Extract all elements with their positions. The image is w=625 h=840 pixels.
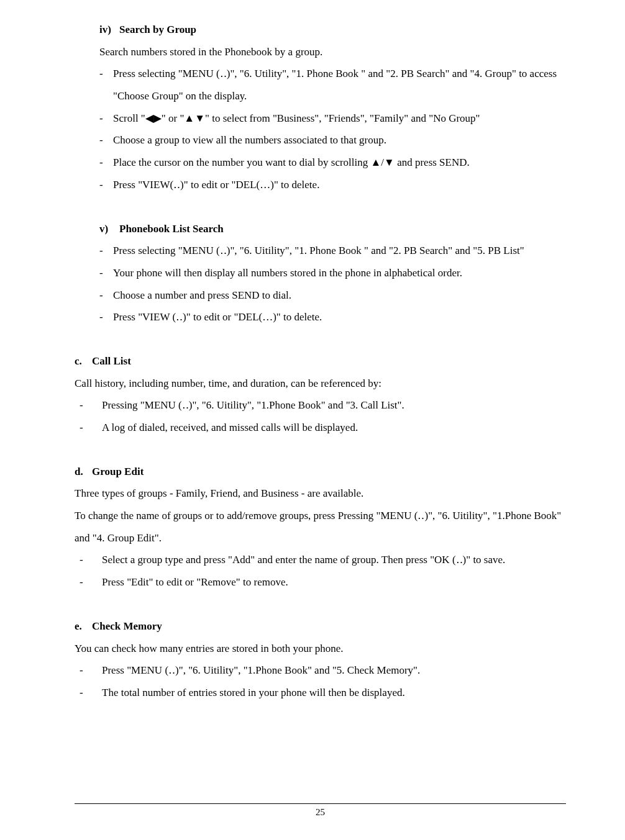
item-text: A log of dialed, received, and missed ca… [102, 417, 566, 439]
dash-icon: - [99, 306, 113, 328]
heading-c: c.Call List [75, 350, 566, 373]
step-text: Place the cursor on the number you want … [113, 151, 566, 174]
heading-d-title: Group Edit [92, 466, 144, 477]
dash-icon: - [80, 394, 102, 417]
spacer [75, 196, 566, 218]
heading-e-letter: e. [75, 615, 92, 638]
list-item: -The total number of entries stored in y… [80, 682, 566, 704]
item-text: Pressing "MENU (‥)", "6. Uitility", "1.P… [102, 394, 566, 417]
spacer [75, 328, 566, 350]
heading-iv-num: iv) [99, 19, 119, 41]
dash-icon: - [99, 174, 113, 196]
dash-icon: - [99, 262, 113, 284]
list-e: -Press "MENU (‥)", "6. Uitility", "1.Pho… [75, 659, 566, 703]
intro-d-2: To change the name of groups or to add/r… [75, 505, 566, 549]
list-item: -Select a group type and press "Add" and… [80, 549, 566, 571]
list-item: -Press "MENU (‥)", "6. Uitility", "1.Pho… [80, 659, 566, 682]
heading-v-num: v) [99, 218, 119, 240]
dash-icon: - [99, 63, 113, 107]
heading-d-letter: d. [75, 461, 92, 483]
list-c: -Pressing "MENU (‥)", "6. Uitility", "1.… [75, 394, 566, 438]
dash-icon: - [80, 682, 102, 704]
step-item: -Place the cursor on the number you want… [99, 151, 566, 174]
step-text: Press selecting "MENU (‥)", "6. Uitility… [113, 240, 566, 262]
heading-iv-title: Search by Group [119, 24, 196, 35]
dash-icon: - [99, 107, 113, 130]
intro-d-1: Three types of groups - Family, Friend, … [75, 482, 566, 505]
intro-c: Call history, including number, time, an… [75, 373, 566, 395]
dash-icon: - [80, 549, 102, 571]
step-item: -Choose a group to view all the numbers … [99, 129, 566, 151]
page-footer: 25 [75, 803, 566, 818]
heading-d: d.Group Edit [75, 461, 566, 483]
intro-iv: Search numbers stored in the Phonebook b… [75, 41, 566, 63]
dash-icon: - [99, 151, 113, 174]
step-text: Press "VIEW(‥)" to edit or "DEL(…)" to d… [113, 174, 566, 196]
dash-icon: - [80, 417, 102, 439]
dash-icon: - [99, 284, 113, 307]
step-text: Press selecting "MENU (‥)", "6. Utility"… [113, 63, 566, 107]
item-text: Press "Edit" to edit or "Remove" to remo… [102, 571, 566, 594]
heading-v: v)Phonebook List Search [75, 218, 566, 240]
step-text: Your phone will then display all numbers… [113, 262, 566, 284]
step-item: -Scroll "◀▶" or "▲▼" to select from "Bus… [99, 107, 566, 130]
item-text: The total number of entries stored in yo… [102, 682, 566, 704]
dash-icon: - [99, 129, 113, 151]
heading-c-title: Call List [92, 355, 131, 367]
page-number: 25 [316, 807, 325, 817]
item-text: Press "MENU (‥)", "6. Uitility", "1.Phon… [102, 659, 566, 682]
steps-iv: -Press selecting "MENU (‥)", "6. Utility… [75, 63, 566, 196]
step-text: Choose a group to view all the numbers a… [113, 129, 566, 151]
dash-icon: - [80, 571, 102, 594]
list-item: -Pressing "MENU (‥)", "6. Uitility", "1.… [80, 394, 566, 417]
dash-icon: - [80, 659, 102, 682]
item-text: Select a group type and press "Add" and … [102, 549, 566, 571]
step-item: -Your phone will then display all number… [99, 262, 566, 284]
step-item: -Press "VIEW(‥)" to edit or "DEL(…)" to … [99, 174, 566, 196]
step-item: -Choose a number and press SEND to dial. [99, 284, 566, 307]
step-text: Scroll "◀▶" or "▲▼" to select from "Busi… [113, 107, 566, 130]
spacer [75, 439, 566, 461]
step-item: -Press selecting "MENU (‥)", "6. Uitilit… [99, 240, 566, 262]
list-item: -A log of dialed, received, and missed c… [80, 417, 566, 439]
list-item: -Press "Edit" to edit or "Remove" to rem… [80, 571, 566, 594]
heading-iv: iv)Search by Group [75, 19, 566, 41]
step-item: -Press selecting "MENU (‥)", "6. Utility… [99, 63, 566, 107]
heading-e-title: Check Memory [92, 620, 162, 632]
dash-icon: - [99, 240, 113, 262]
step-text: Choose a number and press SEND to dial. [113, 284, 566, 307]
heading-e: e.Check Memory [75, 615, 566, 638]
heading-v-title: Phonebook List Search [119, 223, 224, 235]
step-item: -Press "VIEW (‥)" to edit or "DEL(…)" to… [99, 306, 566, 328]
spacer [75, 594, 566, 615]
page-content: iv)Search by Group Search numbers stored… [75, 19, 566, 788]
heading-c-letter: c. [75, 350, 92, 373]
list-d: -Select a group type and press "Add" and… [75, 549, 566, 593]
step-text: Press "VIEW (‥)" to edit or "DEL(…)" to … [113, 306, 566, 328]
steps-v: -Press selecting "MENU (‥)", "6. Uitilit… [75, 240, 566, 328]
intro-e: You can check how many entries are store… [75, 638, 566, 660]
